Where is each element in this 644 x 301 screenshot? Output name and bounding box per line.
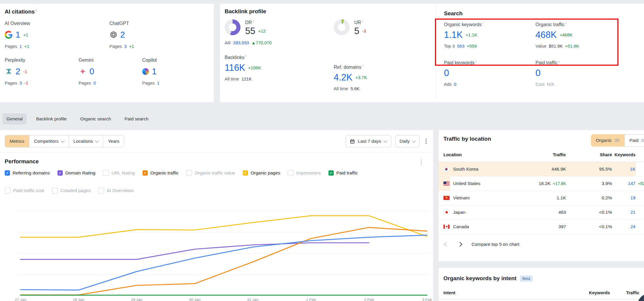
more-options-kebab-icon[interactable] bbox=[424, 137, 428, 146]
perplexity-metric: Perplexity 2 -1 Pages 3 -1 bbox=[5, 58, 79, 85]
tab-organic-search[interactable]: Organic search bbox=[76, 113, 115, 125]
intent-table-header: Intent Keywords Traffic bbox=[439, 286, 644, 300]
chevron-down-icon bbox=[384, 139, 387, 143]
perplexity-icon bbox=[5, 68, 13, 75]
site-overview-page: AI citations AI Overview 1 +1 Pages 1 +1 bbox=[0, 0, 644, 301]
checkbox-url-rating[interactable]: URL Rating bbox=[103, 170, 135, 176]
organic-keywords-value-link[interactable]: 1.1K bbox=[444, 30, 463, 39]
pages-link[interactable]: 0 bbox=[94, 80, 96, 85]
chevron-down-icon bbox=[412, 139, 416, 143]
pages-link[interactable]: 1 bbox=[157, 80, 160, 85]
top3-link[interactable]: 563 bbox=[457, 43, 465, 48]
performance-chart-area: 27 Jan28 Jan29 Jan30 Jan31 Jan1 Feb2 Feb… bbox=[18, 197, 428, 301]
copilot-value[interactable]: 1 bbox=[152, 67, 157, 76]
checkbox-crawled-pages[interactable]: Crawled pages bbox=[52, 188, 91, 194]
tab-paid-search[interactable]: Paid search bbox=[121, 113, 153, 125]
backlinks-value-link[interactable]: 116K bbox=[225, 63, 245, 72]
gemini-value[interactable]: 0 bbox=[89, 67, 94, 76]
organic-traffic-metric: Organic traffic 468K +468K Value $51.9K … bbox=[535, 21, 639, 48]
table-row-vietnam[interactable]: Vietnam 1.1K 0.2% 19 bbox=[439, 191, 644, 205]
date-range-dropdown[interactable]: Last 7 days bbox=[345, 135, 391, 147]
copilot-metric: Copilot 1 Pages 1 bbox=[142, 58, 160, 85]
overview-tabs: General Backlink profile Organic search … bbox=[2, 113, 152, 125]
pages-link[interactable]: 3 bbox=[20, 80, 22, 85]
dr-value: 55 bbox=[245, 26, 255, 36]
checkbox-organic-traffic[interactable]: Organic traffic bbox=[143, 170, 179, 176]
perplexity-value[interactable]: 2 bbox=[16, 67, 20, 76]
checkbox-domain-rating[interactable]: Domain Rating bbox=[57, 170, 96, 176]
search-section: Search Organic keywords 1.1K +1.1K Top 3… bbox=[436, 6, 639, 98]
paid-keywords-value[interactable]: 0 bbox=[444, 68, 449, 78]
toggle-paid[interactable]: Paid0 bbox=[624, 134, 644, 147]
chatgpt-value[interactable]: 2 bbox=[120, 31, 125, 39]
table-row-united-states[interactable]: United States 18.2K+17.8K 3.9% 147 +92 bbox=[439, 176, 644, 191]
performance-panel: Metrics Competitors Locations Years Last… bbox=[0, 130, 433, 301]
backlink-profile-section: DR 55 +12 AR 393,593 ▲770,070 bbox=[225, 19, 436, 98]
chevron-down-icon bbox=[61, 139, 65, 143]
backlink-search-panel: Backlink profile DR 55 +12 bbox=[220, 4, 644, 102]
compare-top5-button[interactable]: Compare top 5 on chart bbox=[472, 242, 519, 247]
canada-flag-icon bbox=[443, 225, 450, 229]
paid-traffic-value[interactable]: 0 bbox=[535, 68, 540, 78]
locations-dropdown[interactable]: Locations bbox=[69, 135, 103, 147]
keywords-link[interactable]: 19 bbox=[612, 195, 635, 201]
ur-donut-icon bbox=[334, 19, 350, 35]
checkbox-paid-traffic[interactable]: Paid traffic bbox=[328, 170, 358, 176]
series-organic-pages bbox=[21, 216, 427, 237]
competitors-dropdown[interactable]: Competitors bbox=[29, 135, 69, 147]
ref-domains-value-link[interactable]: 4.2K bbox=[334, 73, 352, 82]
ar-value-link[interactable]: 393,593 bbox=[233, 40, 249, 45]
pages-link[interactable]: 3 bbox=[124, 44, 127, 49]
next-page-icon[interactable] bbox=[457, 242, 462, 247]
location-pagination: Compare top 5 on chart bbox=[439, 234, 644, 247]
metrics-button[interactable]: Metrics bbox=[5, 135, 29, 147]
ai-citations-panel: AI citations AI Overview 1 +1 Pages 1 +1 bbox=[0, 4, 214, 102]
organic-traffic-value-link[interactable]: 468K bbox=[535, 30, 557, 39]
gemini-icon bbox=[79, 68, 87, 75]
search-title: Search bbox=[444, 11, 639, 17]
collapse-section-button[interactable] bbox=[421, 159, 421, 165]
keywords-link[interactable]: 21 bbox=[612, 210, 635, 215]
vietnam-flag-icon bbox=[443, 196, 450, 200]
performance-chart bbox=[18, 197, 428, 297]
intent-panel-title: Organic keywords by intent bbox=[443, 275, 516, 282]
chevron-up-icon bbox=[421, 159, 421, 165]
chevron-down-icon bbox=[95, 139, 99, 143]
previous-page-icon[interactable] bbox=[444, 242, 449, 247]
keywords-link[interactable]: 147 bbox=[612, 181, 635, 186]
gemini-metric: Gemini 0 Pages 0 bbox=[79, 58, 142, 85]
paid-keywords-metric: Paid keywords 0 Ads 0 bbox=[444, 60, 535, 87]
checkbox-referring-domains[interactable]: Referring domains bbox=[5, 170, 50, 176]
checkbox-ai-overviews[interactable]: AI Overviews bbox=[98, 188, 133, 194]
keywords-link[interactable]: 1K bbox=[612, 167, 635, 172]
tab-general[interactable]: General bbox=[2, 113, 27, 125]
url-rating-gauge: UR 5 -3 bbox=[334, 19, 436, 36]
paid-traffic-metric: Paid traffic 0 Cost N/A bbox=[535, 60, 639, 87]
ai-overview-value[interactable]: 1 bbox=[16, 31, 20, 39]
pages-link[interactable]: 1 bbox=[20, 44, 22, 49]
google-icon bbox=[5, 31, 13, 39]
keywords-link[interactable]: 24 bbox=[612, 224, 635, 229]
traffic-by-location-title: Traffic by location bbox=[443, 136, 491, 142]
years-button[interactable]: Years bbox=[103, 135, 124, 147]
table-row-south-korea[interactable]: South Korea 446.9K 95.5% 1K bbox=[439, 162, 644, 176]
checkbox-organic-pages[interactable]: Organic pages bbox=[243, 170, 280, 176]
checkbox-organic-traffic-value[interactable]: Organic traffic value bbox=[186, 170, 235, 176]
table-row-canada[interactable]: Canada 397 <0.1% 24 bbox=[439, 220, 644, 234]
toggle-organic[interactable]: Organic30 bbox=[591, 134, 625, 147]
checkbox-paid-traffic-cost[interactable]: Paid traffic cost bbox=[5, 188, 44, 194]
checkbox-impressions[interactable]: Impressions bbox=[288, 170, 321, 176]
ai-overview-metric: AI Overview 1 +1 Pages 1 +1 bbox=[5, 21, 109, 49]
granularity-dropdown[interactable]: Daily bbox=[395, 135, 420, 147]
ai-citations-row-2: Perplexity 2 -1 Pages 3 -1 Gemini bbox=[5, 58, 209, 85]
table-row-japan[interactable]: Japan 463 <0.1% 21 bbox=[439, 205, 644, 220]
ai-citations-title: AI citations bbox=[5, 9, 209, 15]
series-referring-domains bbox=[21, 235, 427, 290]
organic-keywords-metric: Organic keywords 1.1K +1.1K Top 3 563 +5… bbox=[444, 21, 535, 48]
location-table-header: Location Traffic Share Keywords bbox=[439, 147, 644, 162]
performance-title: Performance bbox=[5, 159, 39, 165]
domain-rating-gauge: DR 55 +12 bbox=[225, 19, 334, 36]
chart-x-axis-labels: 27 Jan28 Jan29 Jan30 Jan31 Jan1 Feb2 Feb… bbox=[18, 297, 428, 301]
beta-badge: Beta bbox=[520, 275, 533, 282]
tab-backlink-profile[interactable]: Backlink profile bbox=[32, 113, 71, 125]
